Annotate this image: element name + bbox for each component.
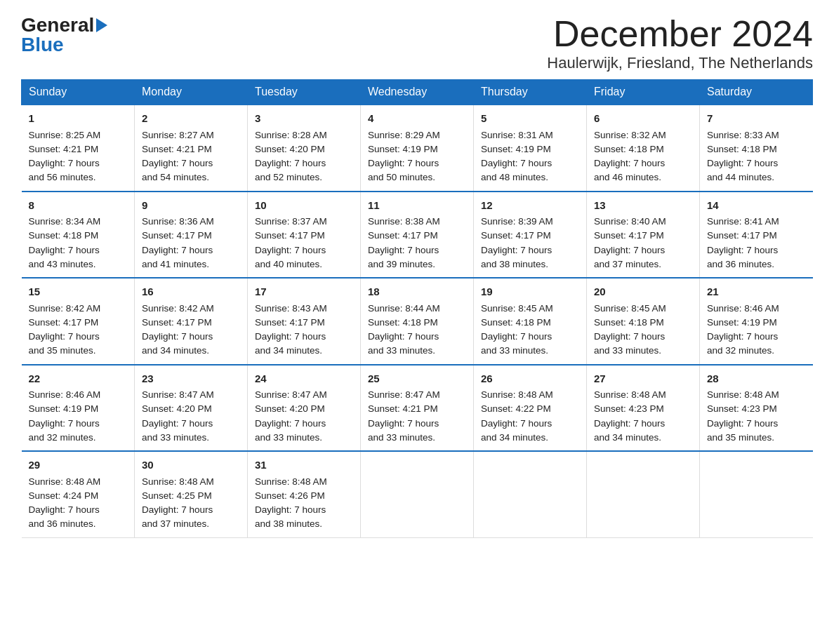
calendar-cell: 13 Sunrise: 8:40 AM Sunset: 4:17 PM Dayl… [587,192,700,279]
calendar-week-row: 29 Sunrise: 8:48 AM Sunset: 4:24 PM Dayl… [22,451,813,537]
daylight-label: Daylight: 7 hours [255,331,326,342]
daylight-and-text: and 33 minutes. [481,345,548,356]
sunrise-label: Sunrise: 8:28 AM [255,130,327,140]
daylight-and-text: and 39 minutes. [368,259,435,269]
daylight-label: Daylight: 7 hours [29,245,100,255]
daylight-label: Daylight: 7 hours [368,331,439,342]
daylight-label: Daylight: 7 hours [142,245,213,255]
calendar-week-row: 22 Sunrise: 8:46 AM Sunset: 4:19 PM Dayl… [22,365,813,452]
calendar-cell: 15 Sunrise: 8:42 AM Sunset: 4:17 PM Dayl… [22,278,135,365]
sunset-label: Sunset: 4:17 PM [29,317,99,328]
daylight-label: Daylight: 7 hours [707,331,778,342]
daylight-label: Daylight: 7 hours [29,418,100,429]
sunrise-label: Sunrise: 8:48 AM [142,476,214,487]
calendar-cell: 30 Sunrise: 8:48 AM Sunset: 4:25 PM Dayl… [135,451,248,537]
calendar-cell: 25 Sunrise: 8:47 AM Sunset: 4:21 PM Dayl… [361,365,474,452]
calendar-cell: 4 Sunrise: 8:29 AM Sunset: 4:19 PM Dayli… [361,105,474,192]
daylight-and-text: and 34 minutes. [594,432,661,443]
sunset-label: Sunset: 4:20 PM [255,144,325,154]
sunset-label: Sunset: 4:19 PM [368,144,438,154]
daylight-label: Daylight: 7 hours [255,245,326,255]
daylight-and-text: and 37 minutes. [594,259,661,269]
daylight-label: Daylight: 7 hours [255,418,326,429]
day-number: 9 [142,198,240,214]
sunset-label: Sunset: 4:20 PM [142,403,212,414]
daylight-and-text: and 33 minutes. [594,345,661,356]
sunrise-label: Sunrise: 8:31 AM [481,130,553,140]
sunset-label: Sunset: 4:17 PM [707,230,777,241]
daylight-label: Daylight: 7 hours [29,504,100,515]
calendar-cell: 16 Sunrise: 8:42 AM Sunset: 4:17 PM Dayl… [135,278,248,365]
daylight-and-text: and 44 minutes. [707,172,774,182]
calendar-cell: 31 Sunrise: 8:48 AM Sunset: 4:26 PM Dayl… [248,451,361,537]
sunrise-label: Sunrise: 8:36 AM [142,216,214,227]
sunset-label: Sunset: 4:18 PM [594,317,664,328]
sunset-label: Sunset: 4:17 PM [594,230,664,241]
sunset-label: Sunset: 4:21 PM [29,144,99,154]
daylight-and-text: and 34 minutes. [142,345,209,356]
daylight-and-text: and 48 minutes. [481,172,548,182]
calendar-cell: 1 Sunrise: 8:25 AM Sunset: 4:21 PM Dayli… [22,105,135,192]
daylight-label: Daylight: 7 hours [594,331,665,342]
calendar-cell: 21 Sunrise: 8:46 AM Sunset: 4:19 PM Dayl… [700,278,813,365]
sunrise-label: Sunrise: 8:29 AM [368,130,440,140]
calendar-cell: 29 Sunrise: 8:48 AM Sunset: 4:24 PM Dayl… [22,451,135,537]
logo-arrow-icon [96,18,107,32]
daylight-label: Daylight: 7 hours [368,245,439,255]
sunrise-label: Sunrise: 8:48 AM [29,476,101,487]
calendar-cell: 27 Sunrise: 8:48 AM Sunset: 4:23 PM Dayl… [587,365,700,452]
sunset-label: Sunset: 4:23 PM [707,403,777,414]
sunrise-label: Sunrise: 8:34 AM [29,216,101,227]
sunrise-label: Sunrise: 8:47 AM [368,389,440,400]
day-number: 7 [707,111,806,127]
sunset-label: Sunset: 4:17 PM [255,317,325,328]
calendar-cell: 20 Sunrise: 8:45 AM Sunset: 4:18 PM Dayl… [587,278,700,365]
daylight-label: Daylight: 7 hours [368,418,439,429]
daylight-and-text: and 32 minutes. [707,345,774,356]
location-subtitle: Haulerwijk, Friesland, The Netherlands [547,54,813,72]
daylight-and-text: and 54 minutes. [142,172,209,182]
calendar-cell: 26 Sunrise: 8:48 AM Sunset: 4:22 PM Dayl… [474,365,587,452]
sunset-label: Sunset: 4:19 PM [481,144,551,154]
calendar-cell [474,451,587,537]
sunrise-label: Sunrise: 8:45 AM [481,303,553,314]
sunrise-label: Sunrise: 8:37 AM [255,216,327,227]
daylight-label: Daylight: 7 hours [29,158,100,168]
calendar-cell: 8 Sunrise: 8:34 AM Sunset: 4:18 PM Dayli… [22,192,135,279]
day-number: 6 [594,111,692,127]
sunrise-label: Sunrise: 8:42 AM [29,303,101,314]
sunrise-label: Sunrise: 8:32 AM [594,130,666,140]
sunset-label: Sunset: 4:17 PM [142,317,212,328]
sunrise-label: Sunrise: 8:39 AM [481,216,553,227]
logo-blue-text: Blue [21,34,107,56]
day-number: 18 [368,284,466,300]
calendar-cell: 6 Sunrise: 8:32 AM Sunset: 4:18 PM Dayli… [587,105,700,192]
sunrise-label: Sunrise: 8:45 AM [594,303,666,314]
day-number: 26 [481,371,579,387]
daylight-and-text: and 46 minutes. [594,172,661,182]
daylight-label: Daylight: 7 hours [594,245,665,255]
col-saturday: Saturday [700,80,813,105]
calendar-cell: 12 Sunrise: 8:39 AM Sunset: 4:17 PM Dayl… [474,192,587,279]
calendar-cell: 7 Sunrise: 8:33 AM Sunset: 4:18 PM Dayli… [700,105,813,192]
sunrise-label: Sunrise: 8:48 AM [255,476,327,487]
col-friday: Friday [587,80,700,105]
calendar-header-row: Sunday Monday Tuesday Wednesday Thursday… [22,80,813,105]
sunrise-label: Sunrise: 8:48 AM [594,389,666,400]
daylight-label: Daylight: 7 hours [481,245,552,255]
day-number: 17 [255,284,353,300]
day-number: 10 [255,198,353,214]
sunrise-label: Sunrise: 8:44 AM [368,303,440,314]
daylight-label: Daylight: 7 hours [481,331,552,342]
calendar-cell: 10 Sunrise: 8:37 AM Sunset: 4:17 PM Dayl… [248,192,361,279]
col-sunday: Sunday [22,80,135,105]
daylight-label: Daylight: 7 hours [594,418,665,429]
col-thursday: Thursday [474,80,587,105]
sunset-label: Sunset: 4:21 PM [142,144,212,154]
daylight-and-text: and 33 minutes. [142,432,209,443]
calendar-cell: 11 Sunrise: 8:38 AM Sunset: 4:17 PM Dayl… [361,192,474,279]
sunrise-label: Sunrise: 8:40 AM [594,216,666,227]
col-monday: Monday [135,80,248,105]
calendar-cell: 18 Sunrise: 8:44 AM Sunset: 4:18 PM Dayl… [361,278,474,365]
sunset-label: Sunset: 4:19 PM [29,403,99,414]
